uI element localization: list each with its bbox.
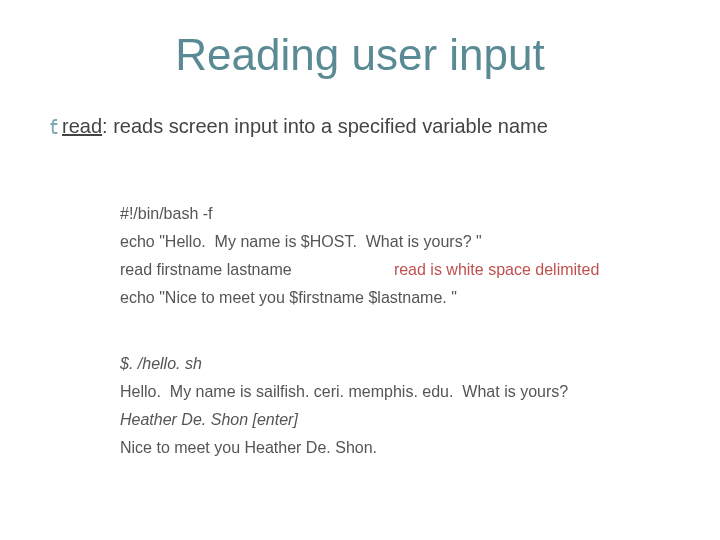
bullet-line: ƭread: reads screen input into a specifi… [50, 115, 548, 139]
bullet-term: read [62, 115, 102, 137]
slide-title: Reading user input [0, 30, 720, 80]
code-annotation: read is white space delimited [394, 261, 599, 278]
code-line: read firstname lastname read is white sp… [120, 256, 680, 284]
bullet-desc: : reads screen input into a specified va… [102, 115, 548, 137]
code-cmd: read firstname lastname [120, 261, 292, 278]
code-line: echo "Nice to meet you $firstname $lastn… [120, 284, 680, 312]
code-block: #!/bin/bash -f echo "Hello. My name is $… [120, 200, 680, 312]
code-line: #!/bin/bash -f [120, 200, 680, 228]
bullet-icon: ƭ [50, 115, 58, 139]
output-block: $. /hello. sh Hello. My name is sailfish… [120, 350, 680, 462]
output-line: Hello. My name is sailfish. ceri. memphi… [120, 378, 680, 406]
output-line: $. /hello. sh [120, 350, 680, 378]
output-line: Nice to meet you Heather De. Shon. [120, 434, 680, 462]
output-line: Heather De. Shon [enter] [120, 406, 680, 434]
code-line: echo "Hello. My name is $HOST. What is y… [120, 228, 680, 256]
